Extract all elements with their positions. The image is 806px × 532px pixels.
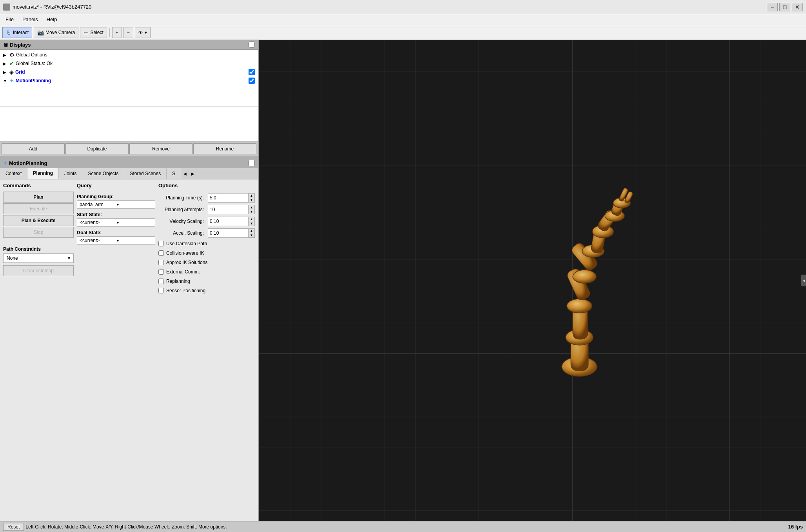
toolbar: 🖱 Interact 📷 Move Camera ▭ Select + − 👁 …: [0, 25, 806, 40]
velocity-scaling-down[interactable]: ▼: [248, 221, 254, 226]
menubar: File Panels Help: [0, 14, 806, 25]
camera-icon: 📷: [37, 29, 44, 36]
collision-aware-row: Collision-aware IK: [158, 250, 255, 256]
displays-checkbox[interactable]: [249, 42, 255, 48]
planning-group-dropdown[interactable]: panda_arm ▾: [77, 200, 155, 209]
tab-joints[interactable]: Joints: [59, 168, 82, 179]
tree-item-motion-planning[interactable]: ▼ ✦ MotionPlanning: [0, 76, 258, 85]
plan-button[interactable]: Plan: [3, 192, 74, 203]
goal-state-dropdown[interactable]: <current> ▾: [77, 236, 155, 245]
tab-scroll-right[interactable]: ▶: [189, 168, 197, 179]
planning-attempts-up[interactable]: ▲: [248, 205, 254, 210]
rename-button[interactable]: Rename: [193, 143, 256, 154]
titlebar-controls[interactable]: − □ ✕: [767, 3, 803, 11]
planning-attempts-input[interactable]: [208, 206, 248, 213]
tab-scene-objects[interactable]: Scene Objects: [82, 168, 124, 179]
planning-attempts-spinbox[interactable]: ▲ ▼: [208, 205, 255, 214]
add-button[interactable]: Add: [2, 143, 65, 154]
displays-section: 🖥 Displays ▶ ⚙ Global Options ▶ ✔ Global…: [0, 40, 258, 142]
tab-scroll-left[interactable]: ◀: [181, 168, 189, 179]
start-state-field: Start State: <current> ▾: [77, 212, 155, 227]
tree-item-global-status[interactable]: ▶ ✔ Global Status: Ok: [0, 59, 258, 68]
fps-display: 16 fps: [788, 524, 803, 530]
options-column: Options Planning Time (s): ▲ ▼ Plannin: [158, 183, 255, 518]
view-button[interactable]: 👁 ▾: [135, 27, 151, 38]
move-camera-button[interactable]: 📷 Move Camera: [34, 27, 78, 38]
reset-button[interactable]: Reset: [3, 523, 24, 531]
tree-item-global-options[interactable]: ▶ ⚙ Global Options: [0, 51, 258, 59]
replanning-checkbox[interactable]: [158, 279, 164, 284]
select-icon: ▭: [84, 29, 89, 36]
goal-state-field: Goal State: <current> ▾: [77, 230, 155, 245]
minimize-button[interactable]: −: [767, 3, 778, 11]
viewport-3d[interactable]: [259, 40, 806, 521]
external-comm-row: External Comm.: [158, 269, 255, 275]
path-constraints-section: Path Constraints None ▾: [3, 246, 74, 263]
interact-button[interactable]: 🖱 Interact: [2, 27, 32, 38]
select-button[interactable]: ▭ Select: [80, 27, 107, 38]
accel-scaling-spinbox[interactable]: ▲ ▼: [208, 228, 255, 238]
planning-time-up[interactable]: ▲: [248, 194, 254, 198]
menu-panels[interactable]: Panels: [18, 16, 42, 23]
svg-point-8: [573, 270, 596, 283]
duplicate-button[interactable]: Duplicate: [65, 143, 129, 154]
plus-icon: +: [116, 30, 118, 35]
query-title: Query: [77, 183, 155, 188]
grid-icon: ◈: [9, 69, 14, 75]
start-state-dropdown[interactable]: <current> ▾: [77, 218, 155, 227]
sensor-positioning-checkbox[interactable]: [158, 288, 164, 293]
velocity-scaling-input[interactable]: [208, 218, 248, 225]
close-button[interactable]: ✕: [792, 3, 803, 11]
accel-scaling-down[interactable]: ▼: [248, 233, 254, 237]
plan-execute-button[interactable]: Plan & Execute: [3, 215, 74, 226]
sensor-positioning-row: Sensor Positioning: [158, 288, 255, 293]
options-title: Options: [158, 183, 255, 188]
velocity-scaling-spinbox[interactable]: ▲ ▼: [208, 217, 255, 226]
planning-group-field: Planning Group: panda_arm ▾: [77, 194, 155, 209]
menu-file[interactable]: File: [2, 16, 18, 23]
tab-stored-scenes[interactable]: Stored Scenes: [124, 168, 167, 179]
external-comm-checkbox[interactable]: [158, 269, 164, 275]
planning-time-input[interactable]: [208, 194, 248, 201]
motion-planning-checkbox[interactable]: [249, 78, 255, 84]
tab-context-label: Context: [5, 171, 22, 176]
motion-planning-section-checkbox[interactable]: [249, 160, 255, 166]
planning-time-down[interactable]: ▼: [248, 198, 254, 202]
tab-extra[interactable]: S: [167, 168, 181, 179]
zoom-out-button[interactable]: −: [123, 27, 133, 38]
planning-group-value: panda_arm: [80, 202, 115, 207]
execute-button[interactable]: Execute: [3, 203, 74, 214]
minus-icon: −: [127, 30, 130, 35]
remove-button[interactable]: Remove: [129, 143, 192, 154]
tab-planning[interactable]: Planning: [27, 168, 59, 179]
cartesian-path-row: Use Cartesian Path: [158, 241, 255, 246]
tree-item-grid[interactable]: ▶ ◈ Grid: [0, 68, 258, 76]
approx-ik-checkbox[interactable]: [158, 260, 164, 265]
stop-button[interactable]: Stop: [3, 227, 74, 238]
sensor-positioning-label: Sensor Positioning: [166, 288, 205, 293]
planning-attempts-down[interactable]: ▼: [248, 210, 254, 214]
menu-help[interactable]: Help: [43, 16, 61, 23]
zoom-in-button[interactable]: +: [112, 27, 122, 38]
maximize-button[interactable]: □: [779, 3, 790, 11]
planning-time-spinbox[interactable]: ▲ ▼: [208, 193, 255, 203]
grid-checkbox[interactable]: [249, 69, 255, 75]
path-constraints-dropdown[interactable]: None ▾: [3, 253, 74, 263]
buttons-row: Add Duplicate Remove Rename: [0, 142, 258, 156]
collision-aware-checkbox[interactable]: [158, 250, 164, 256]
tree-arrow-global-status: ▶: [3, 62, 8, 66]
tab-context[interactable]: Context: [0, 168, 27, 179]
view-dropdown-arrow: ▾: [145, 30, 147, 35]
velocity-scaling-up[interactable]: ▲: [248, 217, 254, 221]
approx-ik-label: Approx IK Solutions: [166, 260, 207, 265]
clear-octomap-button[interactable]: Clear octomap: [3, 265, 74, 276]
accel-scaling-input[interactable]: [208, 230, 248, 237]
collision-aware-label: Collision-aware IK: [166, 250, 204, 256]
viewport-right-handle[interactable]: [801, 275, 806, 286]
displays-icon: 🖥: [3, 42, 8, 48]
accel-scaling-up[interactable]: ▲: [248, 229, 254, 233]
path-constraints-label: Path Constraints: [3, 246, 74, 252]
cartesian-path-checkbox[interactable]: [158, 241, 164, 246]
accel-scaling-row: Accel. Scaling: ▲ ▼: [158, 228, 255, 238]
planning-attempts-arrows: ▲ ▼: [248, 205, 254, 214]
